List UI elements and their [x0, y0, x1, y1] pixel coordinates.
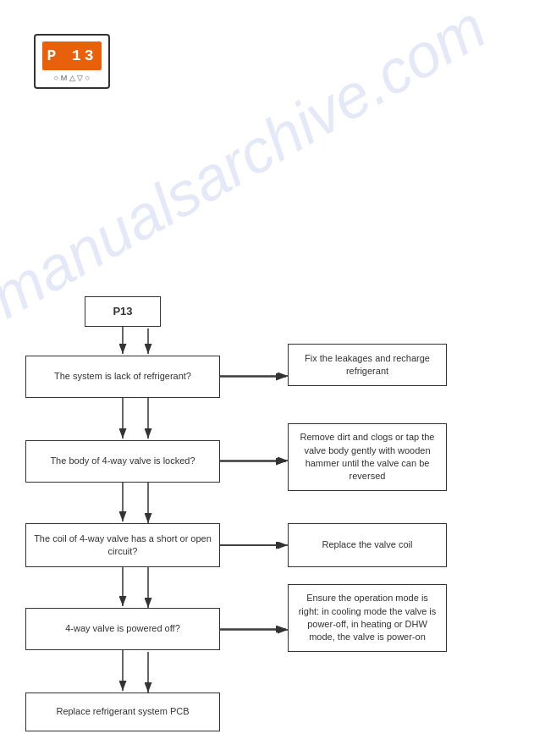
a1-text: Fix the leakages and recharge refrigeran…: [295, 352, 439, 378]
display-text: P 13: [47, 47, 96, 64]
answer-box-1: Fix the leakages and recharge refrigeran…: [288, 344, 447, 386]
display-panel: P 13 ○ M △ ▽ ○: [34, 34, 110, 89]
q3-text: The coil of 4-way valve has a short or o…: [33, 533, 212, 559]
question-box-4: 4-way valve is powered off?: [25, 608, 220, 650]
q1-text: The system is lack of refrigerant?: [54, 370, 191, 383]
answer-box-2: Remove dirt and clogs or tap the valve b…: [288, 423, 447, 491]
answer-box-4: Ensure the operation mode is right: in c…: [288, 584, 447, 652]
answer-box-3: Replace the valve coil: [288, 523, 447, 567]
end-box: Replace refrigerant system PCB: [25, 693, 220, 731]
start-box: P13: [85, 296, 161, 327]
a4-text: Ensure the operation mode is right: in c…: [295, 592, 439, 644]
q2-text: The body of 4-way valve is locked?: [50, 455, 195, 467]
start-label: P13: [113, 304, 132, 319]
display-icons: ○ M △ ▽ ○: [54, 74, 90, 82]
display-screen: P 13: [42, 41, 102, 70]
question-box-2: The body of 4-way valve is locked?: [25, 440, 220, 483]
q4-text: 4-way valve is powered off?: [65, 622, 180, 635]
end-label: Replace refrigerant system PCB: [56, 705, 189, 718]
question-box-3: The coil of 4-way valve has a short or o…: [25, 523, 220, 567]
question-box-1: The system is lack of refrigerant?: [25, 356, 220, 398]
a2-text: Remove dirt and clogs or tap the valve b…: [295, 431, 439, 483]
a3-text: Replace the valve coil: [322, 538, 412, 551]
